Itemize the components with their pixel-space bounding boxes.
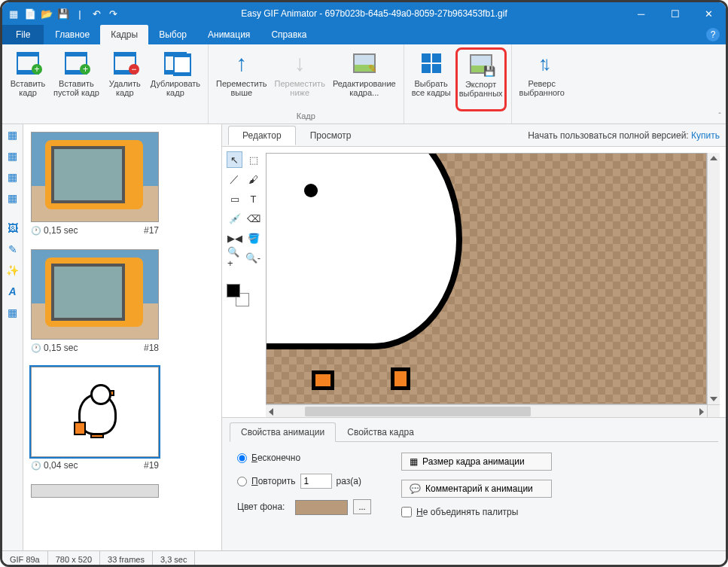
film-dup-icon: [164, 52, 187, 75]
flip-tool-icon[interactable]: ▶◀: [227, 230, 243, 246]
frame-thumbnail[interactable]: [31, 249, 159, 340]
buy-link[interactable]: Купить: [691, 130, 720, 141]
frame-item[interactable]: [31, 484, 214, 498]
insert-empty-frame-button[interactable]: Вставить пустой кадр: [50, 47, 102, 111]
bg-color-picker-button[interactable]: ...: [353, 499, 371, 514]
move-up-button[interactable]: ↑ Переместить выше: [213, 47, 270, 111]
qat-redo-icon[interactable]: ↷: [106, 7, 120, 20]
leftbar-text-icon[interactable]: A: [5, 285, 20, 300]
tab-preview[interactable]: Просмотр: [296, 126, 366, 145]
comment-button[interactable]: 💬 Комментарий к анимации: [401, 480, 552, 498]
maximize-button[interactable]: ☐: [658, 2, 692, 25]
frame-index: #19: [144, 460, 159, 471]
editor-toprow: Редактор Просмотр Начать пользоваться по…: [222, 124, 726, 147]
frame-list[interactable]: 0,15 sec #17 0,15 sec #18 0,04 sec #19: [23, 124, 222, 550]
repeat-count-input[interactable]: [300, 474, 332, 489]
minimize-button[interactable]: ─: [624, 2, 658, 25]
select-all-frames-button[interactable]: Выбрать все кадры: [409, 47, 454, 111]
qat-new-icon[interactable]: ▦: [7, 7, 20, 20]
zoom-out-icon[interactable]: 🔍-: [245, 249, 261, 266]
frame-time: 0,15 sec: [31, 343, 78, 353]
canvas[interactable]: [266, 153, 707, 404]
frame-thumbnail[interactable]: [31, 367, 159, 457]
help-icon[interactable]: ?: [706, 28, 720, 41]
vertical-scrollbar[interactable]: [707, 153, 720, 404]
eraser-tool-icon[interactable]: ⌫: [245, 210, 261, 227]
radio-repeat[interactable]: Повторить раз(а): [237, 474, 371, 489]
foreground-color[interactable]: [227, 284, 240, 297]
export-selected-button[interactable]: Экспорт выбранных: [455, 47, 507, 111]
tab-main[interactable]: Главное: [44, 25, 100, 44]
brush-tool-icon[interactable]: 🖌: [245, 171, 261, 187]
frame-item[interactable]: 0,04 sec #19: [31, 367, 214, 471]
leftbar-wand-icon[interactable]: ✨: [5, 264, 20, 279]
bg-color-label: Цвет фона:: [237, 501, 285, 512]
eyedropper-tool-icon[interactable]: 💉: [227, 210, 242, 227]
qat-new-doc-icon[interactable]: 📄: [23, 7, 37, 20]
insert-frame-button[interactable]: Вставить кадр: [7, 47, 49, 111]
move-down-button[interactable]: ↓ Переместить ниже: [271, 47, 327, 111]
frame-time: 0,04 sec: [31, 460, 78, 471]
leftbar-film-icon[interactable]: ▦: [5, 192, 20, 207]
radio-infinite[interactable]: Бесконечно: [237, 453, 371, 463]
right-pane: Редактор Просмотр Начать пользоваться по…: [222, 124, 726, 550]
tab-animation[interactable]: Анимация: [197, 25, 260, 44]
tab-frames[interactable]: Кадры: [100, 25, 148, 44]
tab-frame-props[interactable]: Свойства кадра: [336, 422, 425, 442]
leftbar-grid-icon[interactable]: ▦: [5, 306, 20, 322]
rect-tool-icon[interactable]: ▭: [227, 191, 242, 207]
arrow-down-icon: ↓: [294, 50, 306, 76]
merge-palette-checkbox[interactable]: Не объединять палитры: [401, 507, 518, 517]
status-duration: 3,3 sec: [153, 551, 195, 567]
repeat-suffix: раз(а): [337, 476, 361, 486]
frame-time: 0,15 sec: [31, 225, 78, 236]
frame-index: #17: [144, 225, 159, 236]
pointer-tool-icon[interactable]: ↖: [227, 151, 242, 168]
move-up-label: Переместить выше: [216, 79, 267, 97]
frame-thumbnail[interactable]: [31, 484, 159, 498]
trial-message: Начать пользоваться полной версией: Купи…: [528, 130, 720, 141]
ribbon: Вставить кадр Вставить пустой кадр Удали…: [2, 44, 726, 124]
qat-undo-icon[interactable]: ↶: [90, 7, 103, 20]
line-tool-icon[interactable]: ／: [227, 171, 242, 187]
qat-save-icon[interactable]: 💾: [56, 7, 70, 20]
zoom-in-icon[interactable]: 🔍+: [227, 249, 242, 266]
close-button[interactable]: ✕: [692, 2, 726, 25]
frame-index: #18: [144, 343, 159, 353]
export-icon: [470, 54, 492, 74]
delete-frame-label: Удалить кадр: [109, 79, 141, 97]
delete-frame-button[interactable]: Удалить кадр: [104, 47, 146, 111]
text-tool-icon[interactable]: T: [245, 191, 261, 207]
leftbar-image-icon[interactable]: 🖼: [5, 222, 20, 237]
status-framecount: 33 frames: [100, 551, 153, 567]
color-swatch[interactable]: [227, 284, 249, 306]
collapse-ribbon-icon[interactable]: ˆ: [718, 111, 721, 120]
bg-color-row: Цвет фона: ...: [237, 499, 371, 515]
frame-thumbnail[interactable]: [31, 132, 159, 222]
leftbar-add-icon[interactable]: ▦: [5, 150, 20, 165]
swap-arrows-icon: ↑↓: [538, 52, 546, 75]
frame-size-button[interactable]: ▦ Размер кадра анимации: [401, 453, 552, 471]
qat-open-icon[interactable]: 📂: [40, 7, 53, 20]
tab-editor[interactable]: Редактор: [228, 126, 296, 145]
leftbar-edit-icon[interactable]: ✎: [5, 243, 20, 258]
film-plus-icon: [65, 52, 87, 75]
leftbar-frames-icon[interactable]: ▦: [5, 129, 20, 144]
frame-item[interactable]: 0,15 sec #18: [31, 249, 214, 353]
horizontal-scrollbar[interactable]: [266, 404, 707, 417]
tab-anim-props[interactable]: Свойства анимации: [230, 422, 336, 442]
reverse-button[interactable]: ↑↓ Реверс выбранного: [516, 47, 568, 111]
duplicate-frame-button[interactable]: Дублировать кадр: [148, 47, 203, 111]
bg-color-swatch[interactable]: [295, 500, 348, 515]
frame-item[interactable]: 0,15 sec #17: [31, 132, 214, 236]
picture-edit-icon: [353, 53, 376, 73]
marquee-tool-icon[interactable]: ⬚: [245, 151, 261, 168]
leftbar-remove-icon[interactable]: ▦: [5, 171, 20, 186]
fill-tool-icon[interactable]: 🪣: [246, 230, 261, 246]
edit-frame-button[interactable]: Редактирование кадра...: [330, 47, 399, 111]
tab-selection[interactable]: Выбор: [148, 25, 197, 44]
window-title: Easy GIF Animator - 697b023b-64a5-49a0-8…: [124, 8, 624, 19]
tab-help[interactable]: Справка: [260, 25, 317, 44]
file-tab[interactable]: File: [2, 25, 44, 44]
reverse-label: Реверс выбранного: [519, 79, 565, 97]
